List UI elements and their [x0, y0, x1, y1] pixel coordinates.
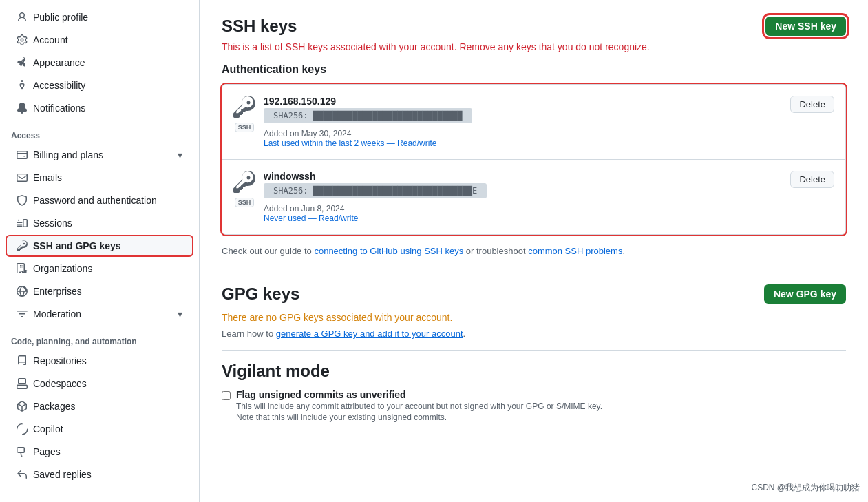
sidebar-item-packages[interactable]: Packages	[6, 395, 193, 417]
key-added-2: Added on Jun 8, 2024	[264, 204, 782, 213]
gpg-title: GPG keys	[222, 284, 299, 304]
sidebar-item-account[interactable]: Account	[6, 29, 193, 51]
sidebar-item-label: Password and authentication	[33, 195, 157, 206]
key-name-2: windowssh	[264, 171, 782, 182]
moderation-icon	[17, 308, 28, 320]
package-icon	[17, 401, 28, 412]
sidebar-item-copilot[interactable]: Copilot	[6, 418, 193, 440]
sidebar-item-notifications[interactable]: Notifications	[6, 97, 193, 119]
sidebar-item-label: Organizations	[33, 263, 92, 274]
ssh-guide-text: Check out our guide to connecting to Git…	[222, 246, 846, 256]
ssh-warning-text: This is a list of SSH keys associated wi…	[222, 41, 846, 52]
sidebar-item-label: Accessibility	[33, 80, 85, 91]
vigilant-section: Vigilant mode Flag unsigned commits as u…	[222, 362, 846, 422]
sidebar-item-label: Pages	[33, 446, 61, 457]
connecting-guide-link[interactable]: connecting to GitHub using SSH keys	[314, 246, 463, 256]
sidebar-item-password[interactable]: Password and authentication	[6, 189, 193, 211]
sidebar-item-repositories[interactable]: Repositories	[6, 350, 193, 372]
ssh-key-card-1: SSH 192.168.150.129 SHA256: ████████████…	[222, 85, 845, 159]
main-content: SSH keys New SSH key This is a list of S…	[200, 0, 868, 502]
key-icon-wrapper-1: SSH	[233, 96, 255, 132]
sidebar-item-ssh-gpg[interactable]: SSH and GPG keys	[6, 235, 193, 257]
ssh-badge-1: SSH	[235, 123, 255, 132]
sidebar: Public profile Account Appearance Access…	[0, 0, 200, 502]
codespaces-icon	[17, 378, 28, 389]
new-gpg-key-button[interactable]: New GPG key	[764, 284, 846, 304]
sidebar-item-label: Public profile	[33, 12, 88, 23]
delete-key-button-2[interactable]: Delete	[790, 171, 834, 188]
ssh-keys-list: SSH 192.168.150.129 SHA256: ████████████…	[222, 84, 846, 235]
credit-card-icon	[17, 149, 28, 160]
key-last-used-link-1[interactable]: Last used within the last 2 weeks — Read…	[264, 138, 436, 148]
watermark: CSDN @我想成为你喝叻叻猪	[751, 482, 860, 494]
divider-vigilant	[222, 350, 846, 351]
gear-icon	[17, 34, 28, 45]
divider-gpg	[222, 273, 846, 273]
sidebar-item-saved-replies[interactable]: Saved replies	[6, 463, 193, 485]
chevron-down-icon: ▾	[178, 149, 182, 160]
sidebar-item-label: Codespaces	[33, 378, 87, 389]
mail-icon	[17, 172, 28, 183]
sidebar-item-label: Appearance	[33, 57, 85, 68]
vigilant-checkbox-label[interactable]: Flag unsigned commits as unverified This…	[236, 389, 602, 422]
key-info-2: windowssh SHA256: ██████████████████████…	[264, 171, 782, 223]
sidebar-item-appearance[interactable]: Appearance	[6, 52, 193, 74]
sidebar-item-organizations[interactable]: Organizations	[6, 258, 193, 280]
gpg-warning-text: There are no GPG keys associated with yo…	[222, 312, 846, 323]
sidebar-item-pages[interactable]: Pages	[6, 441, 193, 463]
sidebar-item-enterprises[interactable]: Enterprises	[6, 280, 193, 302]
sidebar-item-label: Enterprises	[33, 286, 82, 297]
sidebar-item-label: Repositories	[33, 355, 87, 366]
gpg-learn-link[interactable]: generate a GPG key and add it to your ac…	[276, 328, 463, 339]
auth-keys-title: Authentication keys	[222, 63, 846, 76]
sidebar-item-moderation[interactable]: Moderation ▾	[6, 303, 193, 325]
key-icon-wrapper-2: SSH	[233, 171, 255, 207]
bell-icon	[17, 103, 28, 114]
key-info-1: 192.168.150.129 SHA256: ████████████████…	[264, 96, 782, 148]
sidebar-section-code: Code, planning, and automation	[0, 326, 199, 349]
devices-icon	[17, 218, 28, 229]
key-last-used-2: Never used — Read/write	[264, 213, 782, 223]
sidebar-item-sessions[interactable]: Sessions	[6, 212, 193, 234]
paintbrush-icon	[17, 57, 28, 68]
new-ssh-key-button[interactable]: New SSH key	[765, 17, 846, 36]
key-last-used-1: Last used within the last 2 weeks — Read…	[264, 138, 782, 148]
sidebar-item-label: Sessions	[33, 218, 72, 229]
pages-icon	[17, 446, 28, 457]
org-icon	[17, 263, 28, 274]
key-card-icon-1	[233, 96, 255, 120]
accessibility-icon	[17, 80, 28, 91]
globe-icon	[17, 286, 28, 297]
sidebar-item-public-profile[interactable]: Public profile	[6, 6, 193, 28]
gpg-section: GPG keys New GPG key There are no GPG ke…	[222, 284, 846, 339]
sidebar-item-codespaces[interactable]: Codespaces	[6, 373, 193, 395]
key-icon	[17, 240, 28, 251]
sidebar-item-label: Emails	[33, 172, 62, 183]
key-last-used-link-2[interactable]: Never used — Read/write	[264, 213, 358, 223]
gpg-section-header: GPG keys New GPG key	[222, 284, 846, 304]
sidebar-item-label: Saved replies	[33, 469, 92, 480]
vigilant-checkbox-row: Flag unsigned commits as unverified This…	[222, 389, 846, 422]
key-actions-2: Delete	[790, 171, 834, 188]
sidebar-item-label: SSH and GPG keys	[33, 240, 121, 251]
vigilant-checkbox[interactable]	[222, 391, 231, 400]
sidebar-item-accessibility[interactable]: Accessibility	[6, 74, 193, 96]
copilot-icon	[17, 423, 28, 435]
sidebar-item-label: Billing and plans	[33, 149, 103, 160]
sidebar-item-billing[interactable]: Billing and plans ▾	[6, 144, 193, 166]
ssh-key-card-2: SSH windowssh SHA256: ██████████████████…	[222, 159, 845, 234]
reply-icon	[17, 469, 28, 480]
ssh-problems-link[interactable]: common SSH problems	[528, 246, 622, 256]
key-actions-1: Delete	[790, 96, 834, 113]
ssh-keys-header: SSH keys New SSH key	[222, 17, 846, 36]
sidebar-section-access: Access	[0, 120, 199, 143]
sidebar-item-emails[interactable]: Emails	[6, 167, 193, 189]
delete-key-button-1[interactable]: Delete	[790, 96, 834, 113]
sidebar-item-label: Packages	[33, 401, 75, 412]
ssh-badge-2: SSH	[235, 198, 255, 207]
person-icon	[17, 12, 28, 23]
key-added-1: Added on May 30, 2024	[264, 129, 782, 138]
gpg-learn-text: Learn how to generate a GPG key and add …	[222, 328, 846, 339]
page-title: SSH keys	[222, 17, 297, 36]
chevron-down-icon: ▾	[178, 308, 182, 320]
